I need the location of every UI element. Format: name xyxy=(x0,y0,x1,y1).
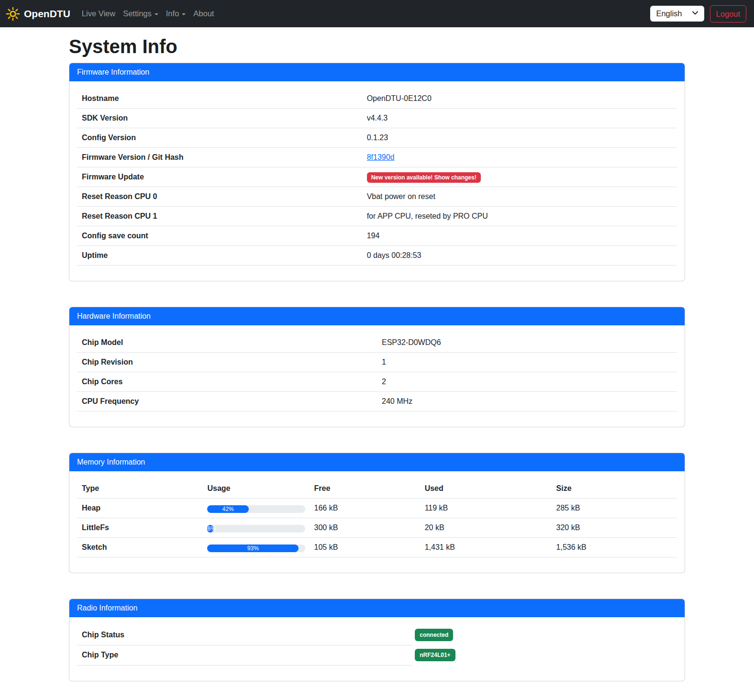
table-row: LittleFs 6% 300 kB 20 kB 320 kB xyxy=(77,518,677,538)
table-row: Firmware UpdateNew version available! Sh… xyxy=(77,167,677,187)
row-label: LittleFs xyxy=(77,518,202,538)
column-header-free: Free xyxy=(309,479,420,499)
brand-link[interactable]: OpenDTU xyxy=(6,7,70,21)
table-row: SDK Versionv4.4.3 xyxy=(77,109,677,128)
nav-item-label: Info xyxy=(166,9,179,18)
nav-item-live-view[interactable]: Live View xyxy=(78,5,119,22)
hardware-card-header: Hardware Information xyxy=(69,307,685,325)
row-label: Heap xyxy=(77,499,202,518)
firmware-table: HostnameOpenDTU-0E12C0 SDK Versionv4.4.3… xyxy=(77,89,677,266)
nav-item-info[interactable]: Info xyxy=(162,5,190,22)
row-label: Sketch xyxy=(77,538,202,557)
row-label: Chip Status xyxy=(77,625,413,645)
table-row: Chip Cores2 xyxy=(77,372,677,392)
row-value: connected xyxy=(413,625,677,645)
nav-item-about[interactable]: About xyxy=(189,5,218,22)
firmware-card-body: HostnameOpenDTU-0E12C0 SDK Versionv4.4.3… xyxy=(69,81,685,281)
brand-label: OpenDTU xyxy=(24,8,70,20)
row-label: CPU Frequency xyxy=(77,392,377,411)
nav-item-label: About xyxy=(193,9,214,18)
page-container: System Info Firmware Information Hostnam… xyxy=(69,27,685,681)
row-value: 0.1.23 xyxy=(362,128,677,148)
size-value: 1,536 kB xyxy=(552,538,677,557)
table-row: Heap 42% 166 kB 119 kB 285 kB xyxy=(77,499,677,518)
row-value: 194 xyxy=(362,226,677,246)
littlefs-usage-progress-bar: 6% xyxy=(207,525,213,533)
firmware-information-card: Firmware Information HostnameOpenDTU-0E1… xyxy=(69,63,685,281)
row-label: Chip Revision xyxy=(77,353,377,372)
row-label: Hostname xyxy=(77,89,362,109)
free-value: 300 kB xyxy=(309,518,420,538)
table-row: Chip Revision1 xyxy=(77,353,677,372)
caret-down-icon xyxy=(182,13,186,15)
heap-usage-progress: 42% xyxy=(207,505,305,513)
table-row: Chip Status connected xyxy=(77,625,677,645)
row-label: Firmware Version / Git Hash xyxy=(77,148,362,167)
row-label: Config save count xyxy=(77,226,362,246)
firmware-update-badge[interactable]: New version available! Show changes! xyxy=(367,172,481,183)
sun-logo-icon xyxy=(6,7,20,21)
table-row: Chip ModelESP32-D0WDQ6 xyxy=(77,333,677,353)
table-row: HostnameOpenDTU-0E12C0 xyxy=(77,89,677,109)
row-value: 240 MHz xyxy=(377,392,677,411)
nav-item-settings[interactable]: Settings xyxy=(119,5,162,22)
chevron-down-icon xyxy=(692,9,699,18)
column-header-size: Size xyxy=(552,479,677,499)
littlefs-usage-progress: 6% xyxy=(207,525,305,533)
hardware-table: Chip ModelESP32-D0WDQ6 Chip Revision1 Ch… xyxy=(77,333,677,411)
row-value: Vbat power on reset xyxy=(362,187,677,207)
table-row: Reset Reason CPU 1for APP CPU, reseted b… xyxy=(77,207,677,226)
nav-item-label: Settings xyxy=(123,9,152,18)
row-value: New version available! Show changes! xyxy=(362,167,677,187)
nav-item-label: Live View xyxy=(82,9,115,18)
table-row: Reset Reason CPU 0Vbat power on reset xyxy=(77,187,677,207)
language-select-value: English xyxy=(656,9,682,18)
row-label: Reset Reason CPU 0 xyxy=(77,187,362,207)
free-value: 166 kB xyxy=(309,499,420,518)
table-row: Uptime0 days 00:28:53 xyxy=(77,246,677,266)
row-value: for APP CPU, reseted by PRO CPU xyxy=(362,207,677,226)
row-label: Firmware Update xyxy=(77,167,362,187)
caret-down-icon xyxy=(155,13,158,15)
row-label: Chip Type xyxy=(77,645,413,665)
chip-status-badge: connected xyxy=(415,629,453,641)
row-value: v4.4.3 xyxy=(362,109,677,128)
heap-usage-progress-bar: 42% xyxy=(207,505,248,513)
sketch-usage-progress-bar: 93% xyxy=(207,544,299,552)
usage-cell: 6% xyxy=(202,518,309,538)
row-label: Chip Cores xyxy=(77,372,377,392)
memory-card-header: Memory Information xyxy=(69,453,685,471)
row-value: nRF24L01+ xyxy=(413,645,677,665)
row-value: 1 xyxy=(377,353,677,372)
row-label: Chip Model xyxy=(77,333,377,353)
row-label: SDK Version xyxy=(77,109,362,128)
table-header-row: Type Usage Free Used Size xyxy=(77,479,677,499)
used-value: 119 kB xyxy=(420,499,552,518)
free-value: 105 kB xyxy=(309,538,420,557)
row-label: Reset Reason CPU 1 xyxy=(77,207,362,226)
column-header-usage: Usage xyxy=(202,479,309,499)
row-label: Uptime xyxy=(77,246,362,266)
usage-cell: 42% xyxy=(202,499,309,518)
page-title: System Info xyxy=(69,35,685,58)
radio-table: Chip Status connected Chip Type nRF24L01… xyxy=(77,625,677,666)
hardware-card-body: Chip ModelESP32-D0WDQ6 Chip Revision1 Ch… xyxy=(69,325,685,427)
language-select[interactable]: English xyxy=(650,6,704,22)
size-value: 320 kB xyxy=(552,518,677,538)
git-hash-link[interactable]: 8f1390d xyxy=(367,153,395,161)
column-header-type: Type xyxy=(77,479,202,499)
row-value: 2 xyxy=(377,372,677,392)
memory-information-card: Memory Information Type Usage Free Used … xyxy=(69,453,685,573)
table-row: Firmware Version / Git Hash8f1390d xyxy=(77,148,677,167)
logout-button[interactable]: Logout xyxy=(710,5,746,22)
table-row: CPU Frequency240 MHz xyxy=(77,392,677,411)
column-header-used: Used xyxy=(420,479,552,499)
radio-card-body: Chip Status connected Chip Type nRF24L01… xyxy=(69,617,685,681)
firmware-card-header: Firmware Information xyxy=(69,63,685,81)
memory-card-body: Type Usage Free Used Size Heap 42% xyxy=(69,471,685,573)
hardware-information-card: Hardware Information Chip ModelESP32-D0W… xyxy=(69,307,685,427)
memory-table: Type Usage Free Used Size Heap 42% xyxy=(77,479,677,557)
radio-card-header: Radio Information xyxy=(69,599,685,617)
table-row: Chip Type nRF24L01+ xyxy=(77,645,677,665)
size-value: 285 kB xyxy=(552,499,677,518)
